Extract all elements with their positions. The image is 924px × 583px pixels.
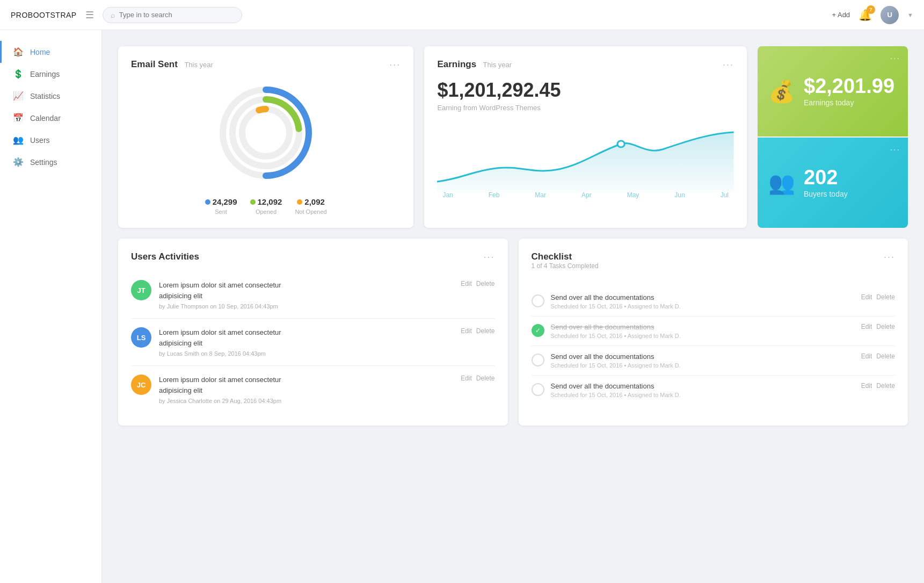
checklist-body-2: Send over all the documentations Schedul…: [551, 352, 855, 369]
checklist-edit-0[interactable]: Edit: [861, 293, 872, 301]
checklist-card-menu[interactable]: ···: [884, 251, 895, 263]
buyers-today-content: 202 Buyers today: [804, 167, 848, 198]
activity-actions-0: Edit Delete: [461, 280, 494, 287]
checklist-body-3: Send over all the documentations Schedul…: [551, 382, 855, 398]
email-card-subtitle: This year: [184, 61, 213, 69]
activities-card: Users Activities ··· JT Lorem ipsum dolo…: [118, 239, 508, 426]
check-circle-2[interactable]: [532, 354, 544, 366]
chart-label-jan: Jan: [442, 191, 453, 199]
buyers-today-menu[interactable]: ···: [890, 145, 900, 155]
topnav-left: PROBOOTSTRAP ☰ ⌕: [11, 7, 242, 23]
avatar-jt: JT: [131, 280, 151, 300]
email-card-title: Email Sent: [131, 59, 178, 69]
checklist-title-group: Checklist 1 of 4 Tasks Completed: [532, 251, 599, 278]
earnings-today-label: Earnings today: [804, 98, 894, 107]
checklist-delete-0[interactable]: Delete: [876, 293, 895, 301]
donut-chart: [212, 79, 319, 186]
chart-dot: [617, 141, 624, 147]
check-circle-0[interactable]: [532, 294, 544, 307]
email-card-title-group: Email Sent This year: [131, 59, 213, 70]
legend-label-opened: Opened: [256, 208, 277, 215]
chart-labels: Jan Feb Mar Apr May Jun Jul: [437, 191, 734, 199]
legend-dot-sent: [205, 199, 210, 205]
delete-button-0[interactable]: Delete: [476, 280, 495, 287]
edit-button-2[interactable]: Edit: [461, 375, 472, 382]
edit-button-1[interactable]: Edit: [461, 327, 472, 335]
email-card-menu[interactable]: ···: [389, 59, 401, 70]
legend-val-sent: 24,299: [213, 197, 237, 206]
activity-item: LS Lorem ipsum dolor sit amet consectetu…: [131, 319, 495, 366]
sidebar-item-settings[interactable]: ⚙️ Settings: [0, 151, 101, 173]
activity-text-0: Lorem ipsum dolor sit amet consectetur a…: [159, 280, 453, 301]
checklist-delete-2[interactable]: Delete: [876, 352, 895, 360]
legend-opened: 12,092 Opened: [250, 197, 282, 215]
search-input[interactable]: [119, 11, 234, 19]
chart-label-feb: Feb: [489, 191, 500, 199]
sidebar-item-home[interactable]: 🏠 Home: [0, 41, 101, 63]
donut-chart-container: [131, 79, 401, 186]
activities-card-menu[interactable]: ···: [483, 251, 494, 263]
sidebar-item-earnings[interactable]: 💲 Earnings: [0, 63, 101, 85]
activity-text-1: Lorem ipsum dolor sit amet consectetur a…: [159, 327, 453, 348]
activity-body-1: Lorem ipsum dolor sit amet consectetur a…: [159, 327, 453, 357]
checklist-delete-3[interactable]: Delete: [876, 382, 895, 390]
checklist-title-0: Send over all the documentations: [551, 293, 855, 301]
checklist-edit-1[interactable]: Edit: [861, 323, 872, 330]
earnings-today-content: $2,201.99 Earnings today: [804, 76, 894, 107]
activity-item: JC Lorem ipsum dolor sit amet consectetu…: [131, 366, 495, 413]
checklist-title-3: Send over all the documentations: [551, 382, 855, 390]
checklist-body-0: Send over all the documentations Schedul…: [551, 293, 855, 310]
checklist-edit-3[interactable]: Edit: [861, 382, 872, 390]
activity-meta-0: by Julie Thompson on 10 Sep, 2016 04:43p…: [159, 303, 453, 310]
checklist-actions-2: Edit Delete: [861, 352, 895, 360]
activity-text-2: Lorem ipsum dolor sit amet consectetur a…: [159, 375, 453, 395]
sidebar-item-calendar[interactable]: 📅 Calendar: [0, 107, 101, 129]
earnings-today-menu[interactable]: ···: [890, 54, 900, 63]
earnings-today-card: ··· 💰 $2,201.99 Earnings today: [758, 46, 908, 136]
activity-actions-1: Edit Delete: [461, 327, 494, 335]
main-content: Email Sent This year ···: [102, 30, 924, 583]
topnav: PROBOOTSTRAP ☰ ⌕ + Add 🔔 7 U ▼: [0, 0, 924, 30]
notification-button[interactable]: 🔔 7: [858, 9, 872, 21]
checklist-item-1: ✓ Send over all the documentations Sched…: [532, 316, 896, 346]
checklist-progress: 1 of 4 Tasks Completed: [532, 262, 599, 270]
checklist-card: Checklist 1 of 4 Tasks Completed ··· Sen…: [519, 239, 908, 426]
earnings-card-header: Earnings This year ···: [437, 59, 734, 70]
earnings-today-value: $2,201.99: [804, 76, 894, 96]
avatar-dropdown-icon[interactable]: ▼: [907, 12, 913, 18]
edit-button-0[interactable]: Edit: [461, 280, 472, 287]
check-circle-3[interactable]: [532, 383, 544, 396]
sidebar-label-statistics: Statistics: [30, 92, 60, 100]
search-box[interactable]: ⌕: [103, 7, 242, 23]
delete-button-2[interactable]: Delete: [476, 375, 495, 382]
checklist-delete-1[interactable]: Delete: [876, 323, 895, 330]
sidebar-item-statistics[interactable]: 📈 Statistics: [0, 85, 101, 107]
chart-label-jul: Jul: [721, 191, 729, 199]
delete-button-1[interactable]: Delete: [476, 327, 495, 335]
checklist-body-1: Send over all the documentations Schedul…: [551, 323, 855, 339]
check-circle-1[interactable]: ✓: [532, 324, 544, 337]
brand-pro: PRO: [11, 11, 28, 19]
sidebar-item-users[interactable]: 👥 Users: [0, 129, 101, 151]
sidebar-label-users: Users: [30, 136, 50, 145]
checklist-actions-3: Edit Delete: [861, 382, 895, 390]
earnings-card: Earnings This year ··· $1,201,292.45 Ear…: [424, 46, 747, 228]
earnings-amount: $1,201,292.45: [437, 79, 734, 102]
hamburger-button[interactable]: ☰: [85, 9, 94, 21]
legend-dot-opened: [250, 199, 256, 205]
avatar[interactable]: U: [881, 6, 899, 24]
activity-body-0: Lorem ipsum dolor sit amet consectetur a…: [159, 280, 453, 310]
activity-item: JT Lorem ipsum dolor sit amet consectetu…: [131, 271, 495, 319]
bottom-cards-row: Users Activities ··· JT Lorem ipsum dolo…: [118, 239, 908, 426]
sidebar: 🏠 Home 💲 Earnings 📈 Statistics 📅 Calenda…: [0, 30, 102, 583]
earnings-card-menu[interactable]: ···: [723, 59, 734, 70]
users-icon: 👥: [13, 135, 24, 145]
checklist-edit-2[interactable]: Edit: [861, 352, 872, 360]
checklist-meta-2: Scheduled for 15 Oct, 2016 • Assigned to…: [551, 362, 855, 369]
legend-dot-notopened: [297, 199, 302, 205]
earnings-card-title-group: Earnings This year: [437, 59, 512, 70]
add-button[interactable]: + Add: [832, 11, 850, 19]
legend-sent: 24,299 Sent: [205, 197, 237, 215]
sidebar-label-settings: Settings: [30, 158, 57, 167]
chart-icon: 📈: [13, 91, 24, 101]
